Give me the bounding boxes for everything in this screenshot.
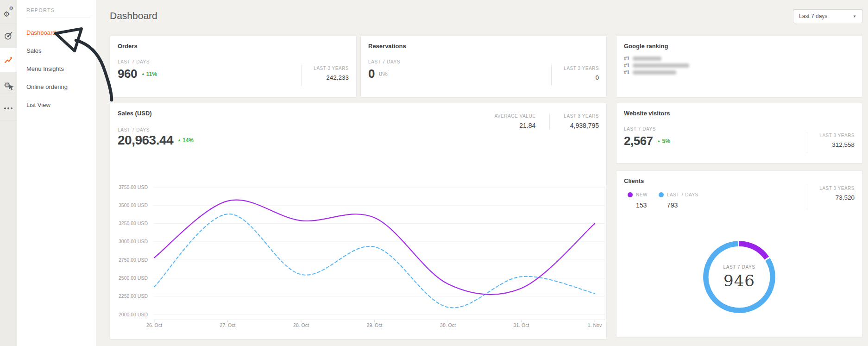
reservations-card: Reservations LAST 7 DAYS 0 0% LAST 3 YEA… xyxy=(360,36,607,97)
ranking-row: #1 xyxy=(624,56,661,61)
clients-secondary: LAST 3 YEARS 73,520 xyxy=(807,185,855,211)
period-label: LAST 7 DAYS xyxy=(118,127,150,132)
svg-text:27. Oct: 27. Oct xyxy=(220,322,236,328)
icon-rail: ⚙⚙ ⚙ xyxy=(0,0,17,346)
dashboard-page: ⚙⚙ ⚙ xyxy=(0,0,868,346)
reservations-delta: 0% xyxy=(379,70,388,77)
rail-item-goals[interactable] xyxy=(0,24,17,48)
svg-text:26. Oct: 26. Oct xyxy=(146,322,162,328)
svg-text:1. Nov: 1. Nov xyxy=(588,322,602,328)
redacted-keyword xyxy=(633,57,661,61)
period-label: LAST 7 DAYS xyxy=(118,59,150,64)
settings-gears-icon: ⚙⚙ xyxy=(3,7,13,17)
up-triangle-icon: ▲ xyxy=(177,138,181,142)
main-content: Dashboard Last 7 days ▼ Orders LAST 7 DA… xyxy=(96,0,868,346)
svg-text:28. Oct: 28. Oct xyxy=(293,322,309,328)
card-title: Google ranking xyxy=(624,43,668,50)
sidebar-item-dashboard[interactable]: Dashboard xyxy=(26,30,68,36)
date-range-value: Last 7 days xyxy=(799,13,827,19)
google-ranking-card: Google ranking #1 #1 #1 xyxy=(616,36,862,97)
orders-value: 960 xyxy=(118,67,137,81)
sidebar-item-sales[interactable]: Sales xyxy=(26,48,68,54)
sales-card: Sales (USD) LAST 7 DAYS 20,963.44 ▲14% A… xyxy=(110,103,607,340)
sidebar-item-online-ordering[interactable]: Online ordering xyxy=(26,84,68,90)
period-label: LAST 7 DAYS xyxy=(624,126,656,132)
more-ellipsis-icon xyxy=(4,107,13,109)
website-visitors-card: Website visitors LAST 7 DAYS 2,567 ▲5% L… xyxy=(616,103,862,164)
chevron-down-icon: ▼ xyxy=(853,14,856,19)
svg-text:2750.00 USD: 2750.00 USD xyxy=(119,257,148,263)
visitors-secondary: LAST 3 YEARS 312,558 xyxy=(807,132,855,153)
line-chart-icon xyxy=(4,56,13,64)
orders-secondary: LAST 3 YEARS 242,233 xyxy=(301,65,349,86)
sales-value: 20,963.44 xyxy=(118,133,173,148)
legend-dot xyxy=(628,192,633,197)
sales-line-chart: 3750.00 USD3500.00 USD3250.00 USD3000.00… xyxy=(116,183,607,329)
svg-text:3000.00 USD: 3000.00 USD xyxy=(119,239,148,244)
sidebar-item-menu-insights[interactable]: Menu Insights xyxy=(26,66,68,72)
orders-delta: ▲11% xyxy=(141,71,157,77)
reservations-value: 0 xyxy=(368,67,375,81)
sidebar-section-title: REPORTS xyxy=(26,7,55,13)
card-title: Reservations xyxy=(368,43,406,50)
card-title: Orders xyxy=(118,43,138,50)
card-title: Clients xyxy=(624,177,644,184)
automation-gear-icon: ⚙ xyxy=(3,79,13,89)
up-triangle-icon: ▲ xyxy=(141,72,145,76)
svg-text:3500.00 USD: 3500.00 USD xyxy=(119,202,148,208)
orders-card: Orders LAST 7 DAYS 960 ▲11% LAST 3 YEARS… xyxy=(110,36,357,97)
clients-card: Clients NEW 153 LAST 7 DAYS 793 LAST 3 Y… xyxy=(616,170,862,337)
page-title: Dashboard xyxy=(110,10,157,21)
svg-text:2000.00 USD: 2000.00 USD xyxy=(119,312,148,317)
reservations-secondary: LAST 3 YEARS 0 xyxy=(551,65,599,86)
target-dart-icon xyxy=(4,31,13,40)
up-triangle-icon: ▲ xyxy=(657,139,661,143)
rail-item-automation[interactable]: ⚙ xyxy=(0,72,17,96)
ranking-row: #1 xyxy=(624,63,689,68)
card-title: Website visitors xyxy=(624,110,670,117)
legend-item-last7days: LAST 7 DAYS 793 xyxy=(659,192,698,209)
svg-text:29. Oct: 29. Oct xyxy=(367,322,383,328)
average-value-stat: AVERAGE VALUE 21.84 xyxy=(480,113,535,129)
clients-donut-area: LAST 7 DAYS 946 xyxy=(698,236,780,318)
svg-text:3750.00 USD: 3750.00 USD xyxy=(119,184,148,190)
rail-item-settings[interactable]: ⚙⚙ xyxy=(0,0,17,24)
clients-legend: NEW 153 LAST 7 DAYS 793 xyxy=(628,192,698,209)
svg-text:2250.00 USD: 2250.00 USD xyxy=(119,293,148,299)
visitors-value: 2,567 xyxy=(624,134,653,148)
sales-stats: AVERAGE VALUE 21.84 LAST 3 YEARS 4,938,7… xyxy=(480,113,599,129)
sales-delta: ▲14% xyxy=(177,137,194,144)
card-title: Sales (USD) xyxy=(118,110,152,117)
sidebar-divider xyxy=(26,18,90,18)
visitors-delta: ▲5% xyxy=(657,138,670,145)
last-3-years-stat: LAST 3 YEARS 4,938,795 xyxy=(549,113,599,129)
rail-item-more[interactable] xyxy=(0,96,17,120)
date-range-selector[interactable]: Last 7 days ▼ xyxy=(793,9,862,23)
ranking-row: #1 xyxy=(624,69,676,75)
sales-chart-area: 3750.00 USD3500.00 USD3250.00 USD3000.00… xyxy=(116,183,602,330)
svg-text:31. Oct: 31. Oct xyxy=(514,322,529,328)
clients-donut-chart xyxy=(698,236,780,318)
period-label: LAST 7 DAYS xyxy=(368,59,400,64)
legend-dot xyxy=(659,192,664,197)
svg-text:3250.00 USD: 3250.00 USD xyxy=(119,220,148,226)
svg-text:30. Oct: 30. Oct xyxy=(440,322,456,328)
sidebar-nav: Dashboard Sales Menu Insights Online ord… xyxy=(26,30,68,120)
svg-text:2500.00 USD: 2500.00 USD xyxy=(119,275,148,281)
redacted-keyword xyxy=(633,70,676,75)
legend-item-new: NEW 153 xyxy=(628,192,648,209)
rail-item-reports[interactable] xyxy=(0,48,17,72)
redacted-keyword xyxy=(633,63,689,68)
sidebar-item-list-view[interactable]: List View xyxy=(26,102,68,108)
reports-sidebar: REPORTS Dashboard Sales Menu Insights On… xyxy=(17,0,96,346)
